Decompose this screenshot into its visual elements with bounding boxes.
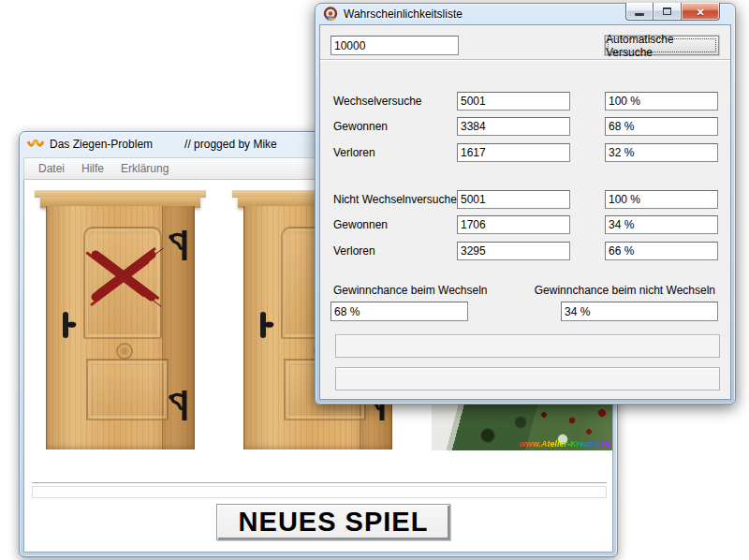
progress-bar-lower xyxy=(335,367,720,391)
field-gewonnen-stay-percent[interactable] xyxy=(605,215,718,234)
rosette-carving xyxy=(116,343,133,360)
field-nicht-wechseln-count[interactable] xyxy=(457,190,570,209)
field-verloren-stay-count[interactable] xyxy=(457,242,570,260)
field-chance-stay[interactable] xyxy=(561,302,718,321)
desktop: Das Ziegen-Problem // progged by Mike Da… xyxy=(0,0,749,560)
menu-item-erklaerung[interactable]: Erklärung xyxy=(112,159,177,178)
progress-bar-upper xyxy=(335,334,720,358)
field-chance-switch[interactable] xyxy=(330,302,468,321)
window-controls xyxy=(625,3,720,21)
menu-item-hilfe[interactable]: Hilfe xyxy=(73,159,112,178)
label-verloren-switch: Verloren xyxy=(333,143,375,162)
field-verloren-switch-percent[interactable] xyxy=(605,143,718,162)
field-gewonnen-switch-count[interactable] xyxy=(457,117,570,136)
door-handle-icon xyxy=(60,309,81,341)
maximize-button[interactable] xyxy=(654,3,681,21)
label-chance-switch: Gewinnchance beim Wechseln xyxy=(333,284,488,297)
maximize-icon xyxy=(663,7,671,15)
label-wechselversuche: Wechselversuche xyxy=(333,92,422,111)
game-window-title-suffix: // progged by Mike xyxy=(184,138,277,151)
field-nicht-wechseln-percent[interactable] xyxy=(605,190,718,209)
goat-app-icon xyxy=(27,138,44,151)
auto-versuche-button[interactable]: Automatische Versuche xyxy=(605,36,719,55)
menu-item-datei[interactable]: Datei xyxy=(30,159,73,178)
door-1-cornice xyxy=(35,190,206,197)
field-wechselversuche-percent[interactable] xyxy=(605,92,718,111)
label-chance-stay: Gewinnchance beim nicht Wechseln xyxy=(535,284,715,297)
goat-photo: www.Atelier-Kreativ.de xyxy=(432,404,612,450)
door-handle-icon xyxy=(257,309,278,341)
label-gewonnen-switch: Gewonnen xyxy=(333,117,388,136)
field-verloren-switch-count[interactable] xyxy=(457,143,570,162)
separator-line xyxy=(32,482,607,483)
hinge-icon xyxy=(166,390,190,421)
field-wechselversuche-count[interactable] xyxy=(457,92,570,111)
probability-window: Wahrscheinlichkeitsliste Automatische Ve… xyxy=(315,3,736,405)
hinge-icon xyxy=(166,229,190,261)
prob-client-area: Automatische Versuche Wechselversuche Ge… xyxy=(319,24,731,400)
minimize-button[interactable] xyxy=(625,3,654,21)
goat-photo-watermark: www.Atelier-Kreativ.de xyxy=(520,439,610,449)
label-verloren-stay: Verloren xyxy=(333,242,375,260)
prob-window-title: Wahrscheinlichkeitsliste xyxy=(344,7,463,21)
close-button[interactable] xyxy=(681,3,720,21)
minimize-icon xyxy=(635,13,644,16)
game-window-title: Das Ziegen-Problem xyxy=(50,138,153,151)
new-game-button[interactable]: NEUES SPIEL xyxy=(216,504,450,540)
trials-input[interactable] xyxy=(330,36,459,55)
progress-strip xyxy=(32,486,607,498)
field-gewonnen-stay-count[interactable] xyxy=(457,215,570,234)
close-icon xyxy=(696,3,704,20)
label-nicht-wechselnversuche: Nicht Wechselnversuche xyxy=(333,190,457,209)
field-gewonnen-switch-percent[interactable] xyxy=(605,117,718,136)
red-cross-mark xyxy=(84,245,163,305)
label-gewonnen-stay: Gewonnen xyxy=(333,215,388,234)
field-verloren-stay-percent[interactable] xyxy=(605,242,718,260)
prob-app-icon xyxy=(323,7,338,22)
door-1[interactable] xyxy=(46,190,195,449)
top-separator xyxy=(320,59,730,61)
